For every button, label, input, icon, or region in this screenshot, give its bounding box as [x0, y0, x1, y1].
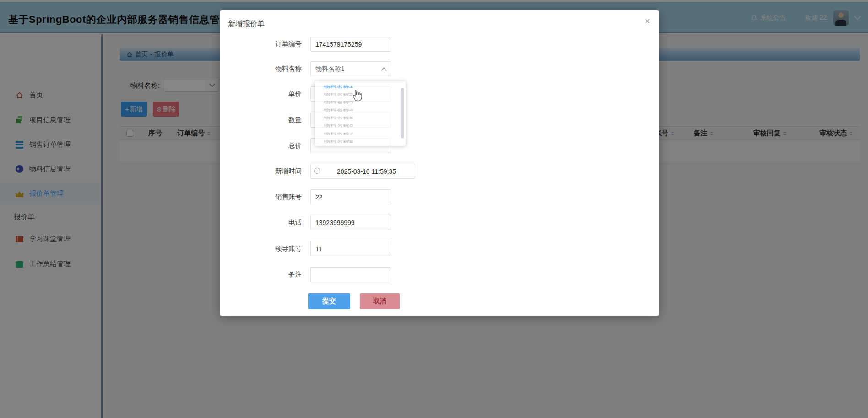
field-label: 新增时间	[229, 164, 302, 179]
clock-icon	[314, 168, 320, 174]
material-name-select[interactable]: 物料名称1	[310, 61, 391, 76]
field-label: 订单编号	[229, 37, 302, 52]
leader-account-input[interactable]	[310, 241, 391, 256]
field-label: 备注	[229, 267, 302, 282]
select-value: 物料名称1	[315, 65, 345, 72]
dropdown-option-4[interactable]: 物料名称4	[315, 106, 406, 114]
dropdown-option-3[interactable]: 物料名称3	[315, 98, 406, 106]
field-label: 电话	[229, 215, 302, 230]
close-icon[interactable]: ×	[645, 16, 650, 26]
material-dropdown: 物料名称1 物料名称2 物料名称3 物料名称4 物料名称5 物料名称6 物料名称…	[315, 81, 406, 146]
field-label: 数量	[229, 113, 302, 128]
field-label: 总价	[229, 138, 302, 153]
field-row-leader-account: 领导账号	[220, 241, 659, 256]
cancel-button[interactable]: 取消	[360, 293, 400, 309]
dropdown-scrollbar-thumb[interactable]	[401, 88, 404, 138]
submit-button[interactable]: 提交	[308, 293, 350, 309]
field-row-unit-price: 单价	[220, 86, 659, 102]
field-row-material-name: 物料名称 物料名称1	[220, 61, 659, 76]
dropdown-option-1[interactable]: 物料名称1	[315, 83, 406, 91]
field-row-total-price: 总价	[220, 138, 659, 153]
order-number-input[interactable]	[310, 37, 391, 52]
field-row-phone: 电话	[220, 215, 659, 230]
field-row-remarks: 备注	[220, 267, 659, 282]
field-row-order-number: 订单编号	[220, 37, 659, 52]
dropdown-option-5[interactable]: 物料名称5	[315, 114, 406, 122]
dropdown-panel: 物料名称1 物料名称2 物料名称3 物料名称4 物料名称5 物料名称6 物料名称…	[315, 81, 406, 146]
modal-title: 新增报价单	[228, 19, 265, 29]
field-label: 领导账号	[229, 241, 302, 256]
dropdown-option-6[interactable]: 物料名称6	[315, 122, 406, 130]
field-row-add-time: 新增时间	[220, 164, 659, 179]
add-time-input[interactable]	[310, 164, 415, 179]
sales-account-input[interactable]	[310, 189, 391, 204]
chevron-up-icon	[381, 67, 387, 73]
dropdown-option-7[interactable]: 物料名称7	[315, 130, 406, 138]
field-label: 单价	[229, 86, 302, 102]
screen: 基于SpringBoot的企业内部服务器销售信息管理 系统公告 欢迎 22 首页	[0, 0, 868, 418]
field-label: 物料名称	[229, 61, 302, 76]
remarks-input[interactable]	[310, 267, 391, 282]
dropdown-option-2[interactable]: 物料名称2	[315, 91, 406, 98]
field-row-quantity: 数量	[220, 113, 659, 128]
add-quotation-modal: 新增报价单 × 订单编号 物料名称 物料名称1 单价 数量 总价 新增时间	[220, 10, 659, 316]
field-label: 销售账号	[229, 189, 302, 204]
field-row-sales-account: 销售账号	[220, 189, 659, 204]
phone-input[interactable]	[310, 215, 391, 230]
dropdown-option-8[interactable]: 物料名称8	[315, 138, 406, 145]
